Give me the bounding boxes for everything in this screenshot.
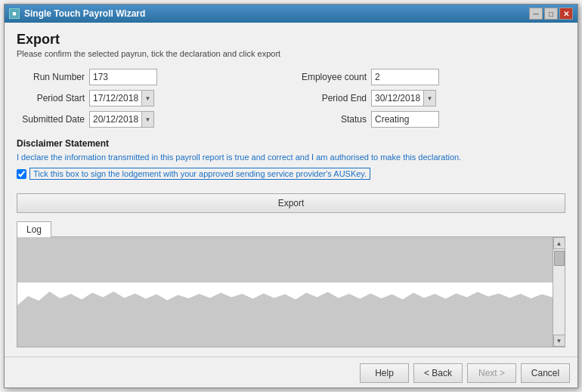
employee-count-row: Employee count — [299, 69, 565, 85]
disclaimer-section: Disclaimer Statement I declare the infor… — [17, 138, 565, 186]
horizontal-scrollbar: ◄ ► — [17, 347, 565, 347]
status-input — [371, 111, 439, 128]
window-content: Export Please confirm the selected payru… — [5, 23, 577, 357]
submitted-date-label: Submitted Date — [17, 114, 85, 125]
page-title: Export — [17, 32, 565, 48]
window-icon: ■ — [9, 8, 20, 19]
run-number-input[interactable] — [89, 69, 157, 85]
period-end-label: Period End — [299, 93, 367, 103]
status-label: Status — [299, 114, 367, 125]
torn-paper-effect — [17, 282, 553, 305]
scroll-up-arrow[interactable]: ▲ — [553, 237, 565, 249]
window-title: Single Touch Payroll Wizard — [24, 8, 529, 19]
vertical-scrollbar: ▲ ▼ — [553, 237, 565, 347]
checkbox-row: Tick this box to sign the lodgement with… — [17, 168, 565, 180]
help-button[interactable]: Help — [360, 363, 409, 383]
form-section: Run Number Period Start 17/12/2018 ▼ Sub… — [17, 69, 565, 128]
next-button[interactable]: Next > — [467, 363, 516, 383]
submitted-date-value: 20/12/2018 — [90, 113, 141, 126]
period-end-wrapper: 30/12/2018 ▼ — [371, 90, 436, 106]
submitted-date-wrapper: 20/12/2018 ▼ — [89, 111, 154, 128]
run-number-row: Run Number — [17, 69, 283, 85]
auskey-label: Tick this box to sign the lodgement with… — [29, 168, 370, 180]
minimize-button[interactable]: ─ — [529, 8, 543, 20]
log-section: Log ▲ ▼ ◄ ► — [17, 221, 565, 347]
period-end-arrow[interactable]: ▼ — [423, 91, 435, 106]
log-inner: ▲ ▼ — [17, 237, 565, 347]
bottom-buttons: Help < Back Next > Cancel — [5, 357, 577, 387]
submitted-date-arrow[interactable]: ▼ — [141, 112, 153, 127]
export-button[interactable]: Export — [17, 193, 565, 213]
period-start-value: 17/12/2018 — [90, 91, 141, 105]
page-subtitle: Please confirm the selected payrun, tick… — [17, 49, 565, 58]
back-button[interactable]: < Back — [413, 363, 463, 383]
disclaimer-text: I declare the information transmitted in… — [17, 152, 565, 163]
log-tab[interactable]: Log — [17, 221, 51, 237]
period-start-label: Period Start — [17, 93, 85, 103]
status-row: Status — [299, 111, 565, 128]
period-start-row: Period Start 17/12/2018 ▼ — [17, 90, 283, 106]
period-start-wrapper: 17/12/2018 ▼ — [89, 90, 154, 106]
window-controls: ─ □ ✕ — [529, 8, 573, 20]
submitted-date-row: Submitted Date 20/12/2018 ▼ — [17, 111, 283, 128]
scroll-left-arrow[interactable]: ◄ — [17, 347, 29, 348]
close-button[interactable]: ✕ — [559, 8, 573, 20]
employee-count-label: Employee count — [299, 72, 367, 82]
log-content: ▲ ▼ ◄ ► — [17, 237, 565, 347]
title-bar: ■ Single Touch Payroll Wizard ─ □ ✕ — [5, 5, 577, 23]
log-tabs: Log — [17, 221, 565, 237]
period-end-value: 30/12/2018 — [372, 91, 423, 105]
period-start-arrow[interactable]: ▼ — [141, 91, 153, 106]
cancel-button[interactable]: Cancel — [521, 363, 570, 383]
disclaimer-title: Disclaimer Statement — [17, 138, 565, 149]
main-window: ■ Single Touch Payroll Wizard ─ □ ✕ Expo… — [4, 4, 578, 388]
run-number-label: Run Number — [17, 72, 85, 82]
period-end-row: Period End 30/12/2018 ▼ — [299, 90, 565, 106]
scroll-right-arrow[interactable]: ► — [553, 347, 565, 348]
scroll-thumb-v[interactable] — [554, 251, 565, 266]
auskey-checkbox[interactable] — [17, 169, 26, 179]
scroll-down-arrow[interactable]: ▼ — [553, 335, 565, 347]
maximize-button[interactable]: □ — [544, 8, 558, 20]
employee-count-input[interactable] — [371, 69, 439, 85]
